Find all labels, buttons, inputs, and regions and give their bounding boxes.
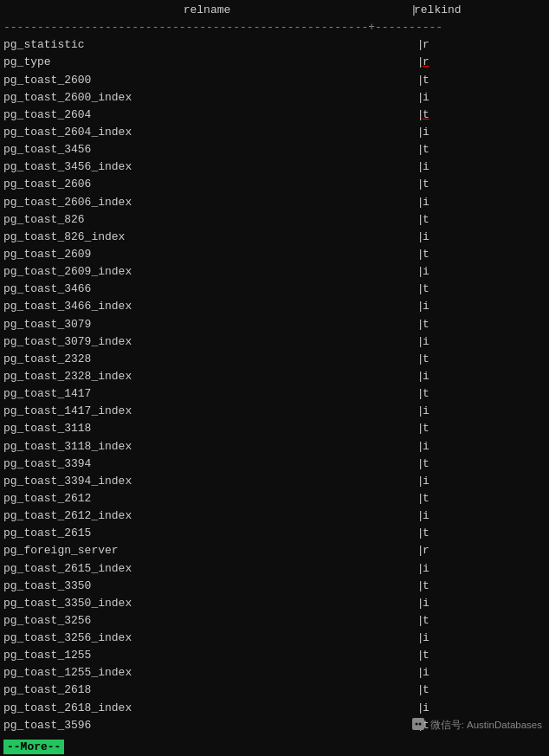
more-label[interactable]: --More-- — [3, 740, 64, 754]
pipe-separator: | — [410, 72, 423, 89]
pipe-separator: | — [410, 630, 423, 647]
table-row: pg_toast_3394 | t — [0, 456, 549, 473]
pipe-separator: | — [410, 229, 423, 246]
relname-cell: pg_foreign_server — [3, 542, 410, 559]
pipe-separator: | — [410, 612, 423, 630]
table-row: pg_toast_2328 | t — [0, 351, 549, 368]
table-row: pg_toast_3456 | t — [0, 141, 549, 158]
pipe-separator: | — [410, 158, 423, 176]
table-row: pg_toast_1417_index | i — [0, 403, 549, 420]
table-row: pg_toast_3118_index | i — [0, 438, 549, 456]
more-bar[interactable]: --More-- — [0, 738, 549, 756]
pipe-separator: | — [410, 664, 423, 682]
relname-cell: pg_toast_2615 — [3, 525, 410, 542]
table-row: pg_toast_2615 | t — [0, 525, 549, 542]
separator: ----------------------------------------… — [0, 19, 549, 36]
relname-cell: pg_toast_1255_index — [3, 664, 410, 682]
relkind-cell: r — [423, 36, 430, 54]
table-row: pg_toast_2600_index | i — [0, 89, 549, 107]
table-row: pg_toast_3256 | t — [0, 612, 549, 630]
pipe-separator: | — [410, 124, 423, 141]
relkind-cell: i — [423, 507, 430, 525]
relname-cell: pg_toast_3079_index — [3, 333, 410, 351]
relkind-cell: t — [423, 420, 430, 437]
relkind-cell: i — [423, 263, 430, 281]
relname-cell: pg_statistic — [3, 36, 410, 54]
table-row: pg_toast_2609 | t — [0, 246, 549, 263]
relname-cell: pg_toast_3456 — [3, 141, 410, 158]
table-row: pg_statistic | r — [0, 36, 549, 54]
relname-cell: pg_toast_3256_index — [3, 630, 410, 647]
relkind-cell: i — [423, 89, 430, 107]
relname-cell: pg_toast_3466_index — [3, 298, 410, 315]
table-row: pg_toast_826_index | i — [0, 229, 549, 246]
relname-cell: pg_toast_3118_index — [3, 438, 410, 456]
table-row: pg_toast_2618 | t — [0, 682, 549, 699]
table-row: pg_toast_3118 | t — [0, 420, 549, 437]
relname-cell: pg_toast_2328_index — [3, 368, 410, 385]
relname-cell: pg_toast_2612 — [3, 490, 410, 507]
relname-cell: pg_toast_2600_index — [3, 89, 410, 107]
relname-cell: pg_toast_2615_index — [3, 560, 410, 578]
relname-cell: pg_toast_2328 — [3, 351, 410, 368]
table-row: pg_type | r — [0, 54, 549, 71]
relname-cell: pg_toast_3394_index — [3, 473, 410, 490]
table-row: pg_toast_3350_index | i — [0, 595, 549, 612]
relkind-cell: t — [423, 578, 430, 595]
relname-cell: pg_toast_3596 — [3, 717, 410, 734]
relkind-cell: t — [423, 281, 430, 298]
watermark: 微信号: AustinDatabases — [412, 718, 542, 732]
table-row: pg_foreign_server | r — [0, 542, 549, 559]
pipe-separator: | — [410, 595, 423, 612]
relname-cell: pg_toast_3350_index — [3, 595, 410, 612]
pipe-separator: | — [410, 316, 423, 333]
relkind-cell: i — [423, 298, 430, 315]
pipe-separator: | — [410, 560, 423, 578]
svg-rect-0 — [412, 718, 424, 730]
relkind-cell: t — [423, 525, 430, 542]
watermark-text: 微信号: AustinDatabases — [430, 719, 542, 732]
pipe-separator: | — [410, 194, 423, 211]
pipe-separator: | — [410, 578, 423, 595]
table-row: pg_toast_3079 | t — [0, 316, 549, 333]
pipe-separator: | — [410, 403, 423, 420]
svg-point-1 — [415, 723, 417, 726]
table-row: pg_toast_2604_index | i — [0, 124, 549, 141]
relkind-cell: t — [423, 107, 430, 124]
relname-cell: pg_toast_3256 — [3, 612, 410, 630]
pipe-separator: | — [410, 333, 423, 351]
pipe-separator: | — [410, 246, 423, 263]
table-row: pg_toast_2606_index | i — [0, 194, 549, 211]
table-row: pg_toast_826 | t — [0, 211, 549, 229]
table-row: pg_toast_1255_index | i — [0, 664, 549, 682]
relkind-cell: t — [423, 246, 430, 263]
pipe-separator: | — [410, 473, 423, 490]
pipe-separator: | — [410, 525, 423, 542]
relname-cell: pg_toast_1255 — [3, 647, 410, 664]
pipe-separator: | — [410, 368, 423, 385]
relkind-cell: i — [423, 473, 430, 490]
relname-cell: pg_toast_826_index — [3, 229, 410, 246]
relname-cell: pg_toast_2618 — [3, 682, 410, 699]
relname-cell: pg_toast_826 — [3, 211, 410, 229]
relkind-cell: i — [423, 194, 430, 211]
relkind-cell: i — [423, 560, 430, 578]
table-row: pg_toast_1417 | t — [0, 385, 549, 403]
pipe-separator: | — [410, 420, 423, 437]
pipe-separator: | — [410, 281, 423, 298]
relkind-cell: t — [423, 682, 430, 699]
pipe-separator: | — [410, 54, 423, 71]
relname-cell: pg_toast_2606_index — [3, 194, 410, 211]
relkind-cell: i — [423, 333, 430, 351]
table-row: pg_toast_2604 | t — [0, 107, 549, 124]
relname-cell: pg_toast_3466 — [3, 281, 410, 298]
table-row: pg_toast_3394_index | i — [0, 473, 549, 490]
table-row: pg_toast_3256_index | i — [0, 630, 549, 647]
relname-cell: pg_toast_1417 — [3, 385, 410, 403]
pipe-separator: | — [410, 89, 423, 107]
relkind-cell: i — [423, 630, 430, 647]
pipe-separator: | — [410, 647, 423, 664]
pipe-separator: | — [410, 456, 423, 473]
relkind-cell: i — [423, 438, 430, 456]
pipe-separator: | — [410, 211, 423, 229]
